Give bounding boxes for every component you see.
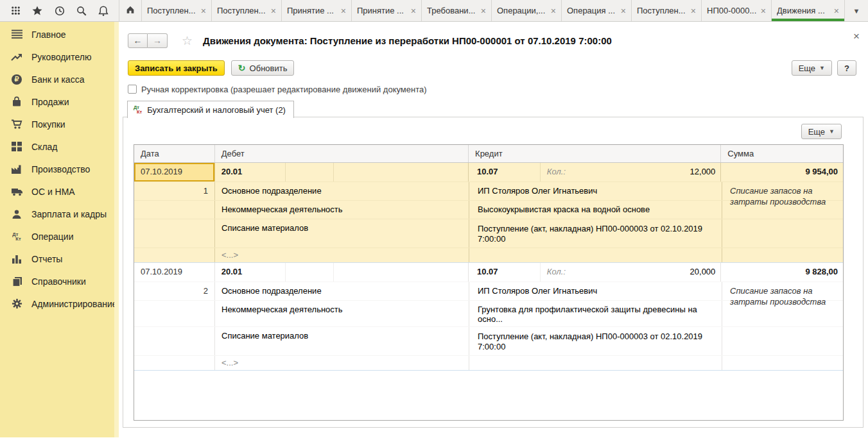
debit-account-cell[interactable]: 20.01 xyxy=(215,163,286,181)
credit-detail-cell[interactable]: ИП Столяров Олег Игнатьевич xyxy=(469,282,722,300)
tab-trebovanie[interactable]: Требовани...× xyxy=(422,0,492,21)
trend-icon xyxy=(10,51,23,63)
credit-detail-cell[interactable]: Поступление (акт, накладная) НП00-000003… xyxy=(469,219,722,248)
debit-detail-cell[interactable]: Некоммерческая деятельность xyxy=(215,301,469,326)
tab-label: Требовани... xyxy=(427,6,479,15)
tab-operacii[interactable]: Операции,...× xyxy=(492,0,562,21)
column-header-debit[interactable]: Дебет xyxy=(215,145,469,162)
quantity-cell[interactable]: 12,000 xyxy=(580,163,722,181)
sidebar-item-glavnoe[interactable]: Главное xyxy=(0,23,119,46)
credit-account-cell[interactable]: 10.07 xyxy=(469,263,541,282)
quantity-cell[interactable]: 20,000 xyxy=(580,263,722,282)
sidebar-item-os-i-nma[interactable]: ОС и НМА xyxy=(0,180,119,203)
more-button[interactable]: Еще ▼ xyxy=(792,60,832,76)
dtkt-icon: ДтКт xyxy=(10,231,23,242)
sidebar-item-proizvodstvo[interactable]: Производство xyxy=(0,158,119,180)
table-row[interactable]: 07.10.2019 20.01 10.07 Кол.: 12,000 9 95… xyxy=(134,163,843,263)
help-button[interactable]: ? xyxy=(837,60,856,76)
favorite-star-icon[interactable]: ☆ xyxy=(182,33,193,48)
tab-close-icon[interactable]: × xyxy=(271,6,276,15)
debit-detail-cell[interactable]: Списание материалов xyxy=(215,219,469,248)
notifications-bell-icon[interactable] xyxy=(97,4,110,17)
debit-empty-cell[interactable] xyxy=(334,163,469,181)
debit-detail-cell[interactable]: <...> xyxy=(215,248,469,262)
date-cell-selected[interactable]: 07.10.2019 xyxy=(134,163,215,181)
tab-postuplenie-1[interactable]: Поступлен...× xyxy=(142,0,212,21)
sidebar-item-label: Справочники xyxy=(31,276,86,287)
sidebar-item-spravochniki[interactable]: Справочники xyxy=(0,270,119,292)
sidebar-item-administrirovanie[interactable]: Администрирование xyxy=(0,292,119,315)
history-icon[interactable] xyxy=(53,4,66,17)
tab-close-icon[interactable]: × xyxy=(481,6,486,15)
refresh-button[interactable]: ↻ Обновить xyxy=(231,60,295,76)
tabs-overflow-button[interactable]: ▼ xyxy=(845,0,868,21)
tab-postuplenie-3[interactable]: Поступлен...× xyxy=(632,0,702,21)
tab-close-icon[interactable]: × xyxy=(341,6,346,15)
tab-np00[interactable]: НП00-0000...× xyxy=(702,0,772,21)
table-more-button[interactable]: Еще ▼ xyxy=(801,124,842,139)
sidebar-item-zarplata-i-kadry[interactable]: Зарплата и кадры xyxy=(0,203,119,225)
save-and-close-button[interactable]: Записать и закрыть xyxy=(128,60,225,76)
amount-cell[interactable]: 9 828,00 xyxy=(721,263,843,282)
date-cell[interactable]: 07.10.2019 xyxy=(134,263,215,282)
credit-detail-cell[interactable]: Поступление (акт, накладная) НП00-000003… xyxy=(469,327,722,355)
entry-comment: Списание запасов на затраты производства xyxy=(722,282,844,307)
credit-account-cell[interactable]: 10.07 xyxy=(469,163,541,181)
sidebar-item-otchety[interactable]: Отчеты xyxy=(0,248,119,270)
page-title: Движения документа: Поступление из перер… xyxy=(203,35,859,46)
debit-empty-cell[interactable] xyxy=(286,263,334,282)
column-header-sum[interactable]: Сумма xyxy=(721,145,843,162)
debit-account-cell[interactable]: 20.01 xyxy=(215,263,286,282)
tab-close-icon[interactable]: × xyxy=(551,6,556,15)
favorites-star-icon[interactable] xyxy=(31,4,44,17)
home-tab-button[interactable] xyxy=(119,0,142,21)
tab-accounting-and-tax[interactable]: ДтКт Бухгалтерский и налоговый учет (2) xyxy=(127,101,294,118)
movements-table[interactable]: Дата Дебет Кредит Сумма 07.10.2019 20.01… xyxy=(134,144,844,421)
sidebar-item-bank-i-kassa[interactable]: ₽ Банк и касса xyxy=(0,68,119,90)
forward-button[interactable]: → xyxy=(148,33,168,48)
credit-detail-cell[interactable]: Высокоукрывистая краска на водной основе xyxy=(469,201,722,219)
tab-close-icon[interactable]: × xyxy=(201,6,206,15)
entry-comment: Списание запасов на затраты производства xyxy=(722,182,844,207)
manual-adjustment-checkbox[interactable] xyxy=(128,85,137,94)
debit-detail-cell[interactable]: Списание материалов xyxy=(215,327,469,355)
debit-detail-cell[interactable]: <...> xyxy=(215,356,469,370)
credit-detail-cell[interactable]: Грунтовка для профилактической защиты др… xyxy=(469,301,722,326)
tab-close-icon[interactable]: × xyxy=(761,6,766,15)
credit-detail-cell[interactable]: ИП Столяров Олег Игнатьевич xyxy=(469,182,722,200)
close-form-icon[interactable]: × xyxy=(853,31,860,42)
debit-detail-cell[interactable]: Некоммерческая деятельность xyxy=(215,201,469,219)
tab-dvizheniya-active[interactable]: Движения ...× xyxy=(772,0,845,21)
tab-close-icon[interactable]: × xyxy=(834,6,839,15)
tab-operaciya[interactable]: Операция ...× xyxy=(562,0,632,21)
debit-empty-cell[interactable] xyxy=(286,163,334,181)
debit-detail-cell[interactable]: Основное подразделение xyxy=(215,282,469,300)
tab-close-icon[interactable]: × xyxy=(691,6,696,15)
debit-empty-cell[interactable] xyxy=(334,263,469,282)
column-header-credit[interactable]: Кредит xyxy=(469,145,721,162)
search-icon[interactable] xyxy=(75,4,88,17)
sidebar-item-sklad[interactable]: Склад xyxy=(0,135,119,158)
debit-detail-cell[interactable]: Основное подразделение xyxy=(215,182,469,200)
back-button[interactable]: ← xyxy=(128,33,148,48)
amount-cell[interactable]: 9 954,00 xyxy=(721,163,843,181)
tab-prinyatie-2[interactable]: Принятие ...× xyxy=(352,0,422,21)
manual-adjustment-row[interactable]: Ручная корректировка (разрешает редактир… xyxy=(128,83,868,95)
tab-prinyatie-1[interactable]: Принятие ...× xyxy=(282,0,352,21)
column-header-date[interactable]: Дата xyxy=(134,145,215,162)
sidebar-item-label: Зарплата и кадры xyxy=(31,209,107,219)
tab-postuplenie-2[interactable]: Поступлен...× xyxy=(212,0,282,21)
sidebar-item-rukovoditelyu[interactable]: Руководителю xyxy=(0,46,119,68)
sidebar-item-prodazhi[interactable]: Продажи xyxy=(0,90,119,113)
sidebar-item-operacii[interactable]: ДтКт Операции xyxy=(0,225,119,248)
credit-detail-cell[interactable] xyxy=(469,248,722,262)
table-row[interactable]: 07.10.2019 20.01 10.07 Кол.: 20,000 9 82… xyxy=(134,263,843,371)
sidebar-item-pokupki[interactable]: Покупки xyxy=(0,113,119,135)
apps-grid-icon[interactable] xyxy=(9,4,22,17)
tab-close-icon[interactable]: × xyxy=(621,6,626,15)
credit-detail-cell[interactable] xyxy=(469,356,722,370)
doc-tabstrip: ДтКт Бухгалтерский и налоговый учет (2) xyxy=(127,100,868,117)
entry-detail-line: Списание материалов Поступление (акт, на… xyxy=(134,219,843,248)
warehouse-icon xyxy=(10,141,23,153)
tab-close-icon[interactable]: × xyxy=(411,6,416,15)
